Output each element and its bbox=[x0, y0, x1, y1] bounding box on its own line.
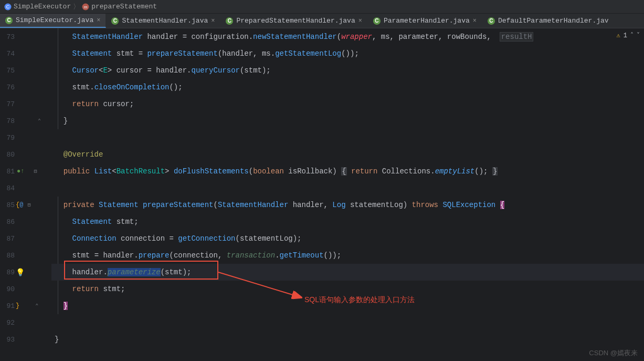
tab-label: StatementHandler.java bbox=[122, 17, 208, 25]
code-area[interactable]: StatementHandler handler = configuration… bbox=[51, 28, 644, 361]
tab-parameterhandler[interactable]: C ParameterHandler.java × bbox=[368, 14, 482, 28]
code-line[interactable]: private Statement prepareStatement(State… bbox=[55, 197, 644, 213]
close-icon[interactable]: × bbox=[358, 17, 362, 25]
override-icon[interactable]: ●↑ bbox=[17, 168, 24, 175]
line-number[interactable]: 77 bbox=[6, 96, 15, 112]
annotation-arrow bbox=[217, 271, 307, 303]
line-number[interactable]: 92 bbox=[6, 314, 15, 331]
line-number[interactable]: 84 bbox=[6, 180, 15, 197]
code-line[interactable]: StatementHandler handler = configuration… bbox=[55, 28, 644, 45]
fold-icon[interactable]: ⊟ bbox=[34, 168, 37, 174]
fold-end-icon[interactable]: ⌃ bbox=[38, 118, 41, 124]
watermark: CSDN @嫣夜来 bbox=[589, 348, 638, 358]
breadcrumb-separator: 〉 bbox=[73, 2, 80, 12]
class-icon: C bbox=[4, 3, 12, 11]
code-line[interactable]: handler.parameterize(stmt); bbox=[55, 264, 644, 281]
code-line[interactable] bbox=[55, 180, 644, 197]
code-line[interactable]: return cursor; bbox=[55, 96, 644, 112]
chevron-down-icon[interactable]: ˅ bbox=[637, 32, 640, 39]
tab-label: SimpleExecutor.java bbox=[16, 16, 93, 24]
code-line[interactable]: Statement stmt; bbox=[55, 213, 644, 230]
code-line[interactable] bbox=[55, 314, 644, 331]
line-number[interactable]: 79 bbox=[6, 129, 15, 146]
code-line[interactable]: @Override bbox=[55, 146, 644, 163]
code-line[interactable]: stmt.closeOnCompletion(); bbox=[55, 79, 644, 96]
line-number[interactable]: 90 bbox=[6, 281, 15, 297]
editor-tabs: C SimpleExecutor.java × C StatementHandl… bbox=[0, 14, 644, 28]
svg-text:m: m bbox=[84, 5, 88, 9]
intention-bulb-icon[interactable]: 💡 bbox=[16, 268, 25, 277]
annotation-text: SQL语句输入参数的处理入口方法 bbox=[304, 295, 415, 305]
method-icon: m bbox=[82, 3, 89, 11]
inspection-widget[interactable]: ⚠ 1 ˄ ˅ bbox=[617, 32, 640, 39]
breadcrumb-class-label: SimpleExecutor bbox=[14, 3, 71, 11]
code-line[interactable]: stmt = handler.prepare(connection, trans… bbox=[55, 247, 644, 264]
breadcrumb-method[interactable]: m prepareStatement bbox=[82, 3, 157, 11]
brace-marker-icon: { bbox=[16, 201, 19, 209]
code-line[interactable] bbox=[55, 129, 644, 146]
line-number[interactable]: 91 bbox=[6, 297, 15, 314]
line-number[interactable]: 81 bbox=[6, 163, 15, 180]
line-number[interactable]: 76 bbox=[6, 79, 15, 96]
editor[interactable]: 73747576777879808184858687888990919293 ⌃… bbox=[0, 28, 644, 361]
line-number[interactable]: 88 bbox=[6, 247, 15, 264]
gutter[interactable]: 73747576777879808184858687888990919293 ⌃… bbox=[0, 28, 51, 361]
fold-icon[interactable]: ⊟ bbox=[27, 202, 30, 208]
tab-simpleexecutor[interactable]: C SimpleExecutor.java × bbox=[0, 14, 106, 28]
line-number[interactable]: 78 bbox=[6, 112, 15, 129]
tab-defaultparameterhandler[interactable]: C DefaultParameterHandler.jav bbox=[482, 14, 615, 28]
fold-end-icon[interactable]: ⌃ bbox=[35, 303, 38, 309]
java-file-icon: C bbox=[488, 17, 495, 25]
brace-end-marker-icon: } bbox=[16, 302, 19, 310]
svg-text:C: C bbox=[6, 4, 10, 9]
line-number[interactable]: 80 bbox=[6, 146, 15, 163]
close-icon[interactable]: × bbox=[97, 17, 100, 24]
breadcrumb-class[interactable]: C SimpleExecutor bbox=[4, 3, 71, 11]
line-number[interactable]: 73 bbox=[6, 28, 15, 45]
line-number[interactable]: 75 bbox=[6, 62, 15, 79]
tab-label: ParameterHandler.java bbox=[384, 17, 470, 25]
java-file-icon: C bbox=[5, 17, 13, 24]
warning-count: 1 bbox=[624, 32, 627, 39]
line-number[interactable]: 89 bbox=[6, 264, 15, 281]
svg-line-4 bbox=[218, 272, 301, 297]
close-icon[interactable]: × bbox=[473, 17, 477, 25]
java-file-icon: C bbox=[226, 17, 233, 25]
tab-label: PreparedStatementHandler.java bbox=[236, 17, 355, 25]
close-icon[interactable]: × bbox=[211, 17, 215, 25]
line-number[interactable]: 87 bbox=[6, 230, 15, 247]
chevron-up-icon[interactable]: ˄ bbox=[630, 32, 634, 39]
tab-preparedstatementhandler[interactable]: C PreparedStatementHandler.java × bbox=[220, 14, 367, 28]
code-line[interactable]: Statement stmt = prepareStatement(handle… bbox=[55, 45, 644, 62]
tab-label: DefaultParameterHandler.jav bbox=[498, 17, 609, 25]
tab-statementhandler[interactable]: C StatementHandler.java × bbox=[106, 14, 220, 28]
code-line[interactable]: Connection connection = getConnection(st… bbox=[55, 230, 644, 247]
breadcrumb: C SimpleExecutor 〉 m prepareStatement bbox=[0, 0, 644, 14]
line-number[interactable]: 74 bbox=[6, 45, 15, 62]
code-line[interactable]: } bbox=[55, 112, 644, 129]
line-number[interactable]: 93 bbox=[6, 331, 15, 348]
line-number[interactable]: 86 bbox=[6, 213, 15, 230]
code-line[interactable]: Cursor<E> cursor = handler.queryCursor(s… bbox=[55, 62, 644, 79]
at-marker-icon: @ bbox=[19, 201, 23, 209]
java-file-icon: C bbox=[111, 17, 119, 25]
line-number[interactable]: 85 bbox=[6, 197, 15, 213]
code-line[interactable]: public List<BatchResult> doFlushStatemen… bbox=[55, 163, 644, 180]
java-file-icon: C bbox=[373, 17, 381, 25]
code-line[interactable]: } bbox=[55, 331, 644, 348]
breadcrumb-method-label: prepareStatement bbox=[91, 3, 157, 11]
warning-icon: ⚠ bbox=[617, 32, 620, 39]
